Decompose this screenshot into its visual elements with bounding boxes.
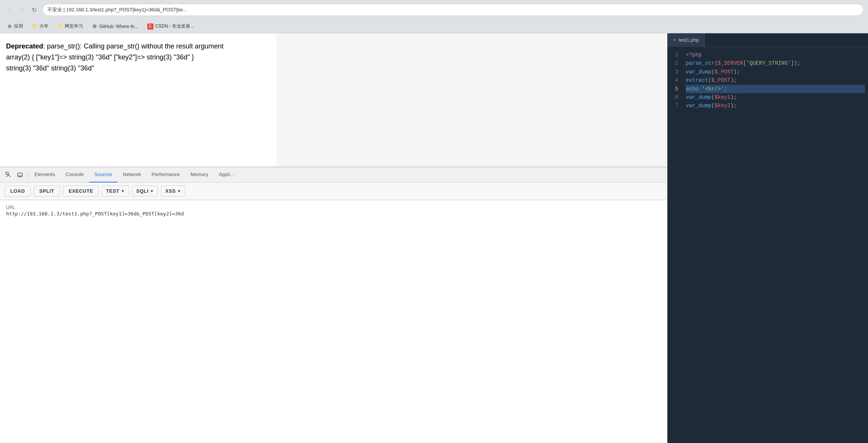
folder-icon-daxue: 📁 — [32, 24, 37, 29]
line-num-1: 1 — [672, 51, 678, 59]
browser-chrome: ← → ↻ 不安全 | 192.168.1.3/test1.php?_POST[… — [0, 0, 868, 33]
bookmark-csdn-label: CSDN - 专业发展... — [155, 23, 194, 30]
bookmarks-bar: ⊞ 应用 📁 大学 📁 网安学习 ⚙ GitHub: Where th... C… — [0, 20, 868, 33]
deprecated-warning: Deprecated: parse_str(): Calling parse_s… — [6, 41, 270, 52]
line-numbers: 1 2 3 4 5 6 7 — [668, 47, 683, 443]
devtools-tabs: Elements Console Sources Network Perform… — [0, 167, 667, 183]
tab-network[interactable]: Network — [118, 167, 147, 183]
split-button[interactable]: SPLIT — [34, 186, 60, 197]
code-line-7: var_dump($key2); — [686, 101, 865, 110]
tab-memory-label: Memory — [190, 172, 208, 177]
reload-button[interactable]: ↻ — [29, 5, 39, 15]
xss-dropdown[interactable]: XSS ▼ — [161, 186, 185, 197]
folder-icon-wanganxuexi: 📁 — [58, 24, 63, 29]
line-num-6: 6 — [672, 93, 678, 101]
xss-chevron-icon: ▼ — [177, 189, 181, 193]
tab-console-label: Console — [66, 172, 84, 177]
tab-sources-label: Sources — [94, 172, 112, 177]
tab-application[interactable]: Appli... — [214, 167, 239, 183]
page-output: Deprecated: parse_str(): Calling parse_s… — [0, 33, 276, 167]
code-tab-label: test1.php — [679, 37, 699, 43]
bookmark-daxue[interactable]: 📁 大学 — [30, 22, 51, 30]
sqli-chevron-icon: ▼ — [150, 189, 154, 193]
apps-icon: ⊞ — [7, 24, 12, 29]
bookmark-csdn[interactable]: C CSDN - 专业发展... — [145, 22, 197, 30]
code-line-5: echo '<br/>'; — [686, 85, 865, 93]
forward-button[interactable]: → — [17, 5, 27, 15]
code-tab-bar: ✕ test1.php — [668, 33, 868, 47]
line-num-7: 7 — [672, 101, 678, 110]
tab-performance-label: Performance — [151, 172, 180, 177]
tab-performance[interactable]: Performance — [146, 167, 185, 183]
tab-console[interactable]: Console — [60, 167, 89, 183]
output-line1: array(2) { ["key1"]=> string(3) "36d" ["… — [6, 52, 270, 63]
sqli-label: SQLI — [136, 188, 148, 194]
main-area: Deprecated: parse_str(): Calling parse_s… — [0, 33, 868, 443]
nav-bar: ← → ↻ 不安全 | 192.168.1.3/test1.php?_POST[… — [0, 0, 868, 20]
test-dropdown[interactable]: TEST ▼ — [102, 186, 129, 197]
tab-memory[interactable]: Memory — [185, 167, 214, 183]
devtools-toolbar: LOAD SPLIT EXECUTE TEST ▼ SQLI ▼ XSS ▼ — [0, 183, 667, 200]
devtools-inspect-icon[interactable] — [3, 169, 14, 181]
url-label: URL — [6, 205, 661, 210]
browser-content: Deprecated: parse_str(): Calling parse_s… — [0, 33, 276, 167]
bookmark-github[interactable]: ⚙ GitHub: Where th... — [90, 23, 141, 30]
line-num-2: 2 — [672, 59, 678, 67]
url-section: URL http://192.168.1.3/test1.php?_POST[k… — [0, 200, 667, 221]
tab-network-label: Network — [123, 172, 141, 177]
code-line-4: extract($_POST); — [686, 76, 865, 84]
bookmark-github-label: GitHub: Where th... — [99, 24, 138, 29]
output-line2: string(3) "36d" string(3) "36d" — [6, 63, 270, 74]
github-icon: ⚙ — [92, 24, 97, 29]
code-editor: 1 2 3 4 5 6 7 <?php parse_str($_SERVER['… — [668, 47, 868, 443]
tab-sources[interactable]: Sources — [89, 167, 118, 183]
left-panel: Deprecated: parse_str(): Calling parse_s… — [0, 33, 667, 443]
tab-separator — [27, 171, 28, 179]
code-line-1: <?php — [686, 51, 865, 59]
csdn-icon: C — [147, 23, 153, 30]
bookmark-wanganxuexi[interactable]: 📁 网安学习 — [55, 22, 85, 30]
tab-close-icon[interactable]: ✕ — [673, 37, 676, 42]
tab-elements-label: Elements — [34, 172, 55, 177]
code-line-2: parse_str($_SERVER['QUERY_STRING']); — [686, 59, 865, 67]
deprecated-text: : parse_str(): Calling parse_str() witho… — [43, 42, 223, 50]
address-bar[interactable]: 不安全 | 192.168.1.3/test1.php?_POST[key1]=… — [42, 4, 863, 16]
back-button[interactable]: ← — [5, 5, 15, 15]
test-label: TEST — [106, 188, 119, 194]
bookmark-apps[interactable]: ⊞ 应用 — [5, 22, 25, 30]
bookmark-daxue-label: 大学 — [39, 23, 48, 30]
svg-rect-1 — [18, 173, 22, 176]
line-num-4: 4 — [672, 76, 678, 84]
line-num-5: 5 — [672, 85, 678, 93]
devtools-panel: Elements Console Sources Network Perform… — [0, 167, 667, 443]
code-line-3: var_dump($_POST); — [686, 68, 865, 76]
url-value: http://192.168.1.3/test1.php?_POST[key1]… — [6, 211, 661, 217]
address-text: 不安全 | 192.168.1.3/test1.php?_POST[key1]=… — [47, 6, 187, 13]
test-chevron-icon: ▼ — [121, 189, 125, 193]
tab-application-label: Appli... — [219, 172, 234, 177]
bookmark-apps-label: 应用 — [14, 23, 23, 30]
execute-button[interactable]: EXECUTE — [63, 186, 99, 197]
sqli-dropdown[interactable]: SQLI ▼ — [132, 186, 158, 197]
tab-elements[interactable]: Elements — [29, 167, 60, 183]
code-editor-panel: ✕ test1.php 1 2 3 4 5 6 7 <?php parse_st… — [667, 33, 868, 443]
nav-buttons: ← → ↻ — [5, 5, 39, 15]
code-lines: <?php parse_str($_SERVER['QUERY_STRING']… — [683, 47, 868, 443]
line-num-3: 3 — [672, 68, 678, 76]
xss-label: XSS — [165, 188, 176, 194]
svg-rect-3 — [19, 176, 21, 177]
load-button[interactable]: LOAD — [5, 186, 31, 197]
code-line-6: var_dump($key1); — [686, 93, 865, 101]
devtools-device-icon[interactable] — [14, 169, 26, 181]
code-tab-test1[interactable]: ✕ test1.php — [668, 33, 705, 47]
deprecated-label: Deprecated — [6, 42, 43, 50]
bookmark-wanganxuexi-label: 网安学习 — [65, 23, 83, 30]
svg-rect-0 — [6, 172, 8, 175]
